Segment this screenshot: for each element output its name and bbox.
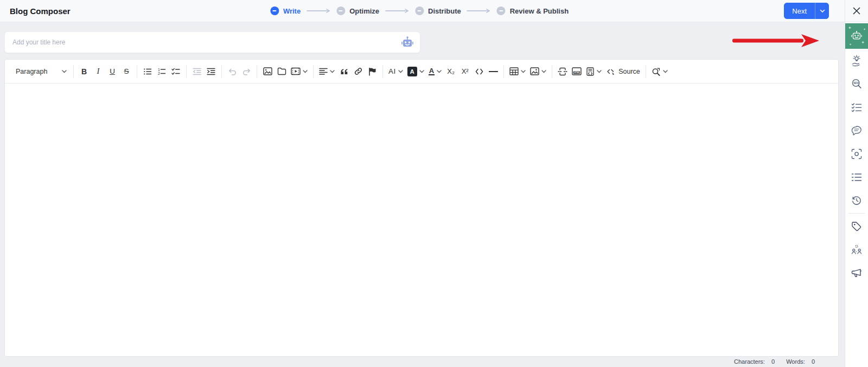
chevron-down-icon [398,70,403,73]
idea-bulb-icon [851,55,863,67]
horizontal-line-icon [489,70,498,73]
bold-button[interactable]: B [77,63,91,80]
strikethrough-button[interactable]: S [119,63,133,80]
chevron-down-icon [62,70,67,73]
code-button[interactable] [472,63,486,80]
checklist-icon [851,102,862,112]
find-replace-dropdown[interactable] [649,63,670,80]
outdent-button[interactable] [190,63,204,80]
source-button[interactable]: Source [604,63,642,80]
robot-icon [400,36,414,48]
template-dropdown[interactable] [584,63,604,80]
step-optimize-label: Optimize [349,7,379,15]
step-write[interactable]: Write [270,7,301,15]
ai-tools-dropdown[interactable]: AI [386,63,405,80]
header: Blog Composer Write Optimize Distribute [0,0,845,22]
characters-label: Characters: [734,358,765,365]
chevron-down-icon [521,70,526,73]
underline-button[interactable]: U [105,63,119,80]
paragraph-style-label: Paragraph [16,68,47,75]
toolbar-separator [503,65,504,78]
sidebar-item-outline[interactable] [845,165,868,189]
find-replace-icon [652,67,661,76]
template-icon [586,67,595,76]
main-column: Blog Composer Write Optimize Distribute [0,0,845,367]
media-embed-icon [291,67,301,75]
image-icon [530,67,539,75]
words-count: 0 [812,358,815,365]
chevron-down-icon [419,70,424,73]
title-input[interactable] [12,38,400,46]
undo-button[interactable] [225,63,239,80]
redo-button[interactable] [239,63,253,80]
redo-icon [242,67,251,76]
indent-icon [207,67,215,76]
image-options-dropdown[interactable] [528,63,548,80]
media-embed-dropdown[interactable] [289,63,310,80]
rich-text-editor: Paragraph B I U S 12 [4,59,839,357]
sidebar-header [845,0,868,22]
numbered-list-button[interactable]: 12 [155,63,169,80]
sidebar-item-content-ideas[interactable] [845,49,868,72]
indent-button[interactable] [204,63,218,80]
table-icon [509,67,519,75]
horizontal-line-button[interactable] [486,63,500,80]
editor-content[interactable] [5,83,838,356]
next-dropdown-button[interactable] [815,3,829,19]
toolbar-separator [552,65,552,78]
page-break-icon [558,67,567,76]
page-break-button[interactable] [556,63,570,80]
sidebar-item-version-history[interactable] [845,189,868,212]
text-alignment-dropdown[interactable] [317,63,337,80]
italic-button[interactable]: I [91,63,105,80]
toolbar-separator [313,65,314,78]
align-left-icon [319,68,328,75]
sidebar-item-content-preview[interactable] [845,142,868,165]
ai-title-button[interactable] [400,36,414,48]
step-optimize[interactable]: Optimize [336,7,379,15]
sidebar-item-campaigns[interactable] [845,261,868,285]
sidebar-item-checklist[interactable] [845,95,868,119]
sidebar-item-ai-assistant[interactable]: ✦ ✦ ✦ ✦ [845,23,868,49]
font-color-icon: A [429,67,435,76]
step-review-publish[interactable]: Review & Publish [497,7,569,15]
subscript-button[interactable]: X₂ [444,63,458,80]
next-button[interactable]: Next [784,3,815,19]
insert-table-dropdown[interactable] [507,63,528,80]
html-embed-icon: HTML [572,67,582,75]
tag-icon [851,221,862,232]
step-optimize-dot-icon [336,7,345,15]
seo-search-icon: SEO [851,78,863,90]
html-embed-button[interactable]: HTML [570,63,584,80]
close-icon [853,7,860,15]
link-button[interactable] [351,63,365,80]
page-title: Blog Composer [10,7,71,16]
sidebar-item-comments[interactable] [845,119,868,142]
outline-list-icon [851,173,862,182]
paragraph-style-dropdown[interactable]: Paragraph [10,63,70,80]
todo-list-button[interactable] [169,63,183,80]
chevron-down-icon [303,70,308,73]
flag-icon [368,67,376,76]
bulleted-list-button[interactable] [141,63,155,80]
sidebar-item-personas[interactable] [845,238,868,261]
title-box [4,31,420,53]
insert-image-button[interactable] [260,63,275,80]
sidebar-item-seo-analysis[interactable]: SEO [845,72,868,95]
sidebar-item-tags[interactable] [845,215,868,238]
quote-icon [340,67,348,76]
font-color-dropdown[interactable]: A [426,63,444,80]
step-arrow-icon [385,8,410,14]
file-manager-button[interactable] [275,63,289,80]
bulleted-list-icon [143,67,152,76]
font-background-dropdown[interactable]: A [405,63,426,80]
chevron-down-icon [437,70,442,73]
close-button[interactable] [851,5,863,17]
step-review-label: Review & Publish [510,7,569,15]
source-label: Source [618,68,640,75]
sparkle-icon: ✦ [848,26,852,30]
superscript-button[interactable]: X² [458,63,472,80]
flag-button[interactable] [365,63,379,80]
block-quote-button[interactable] [337,63,351,80]
step-distribute[interactable]: Distribute [415,7,461,15]
